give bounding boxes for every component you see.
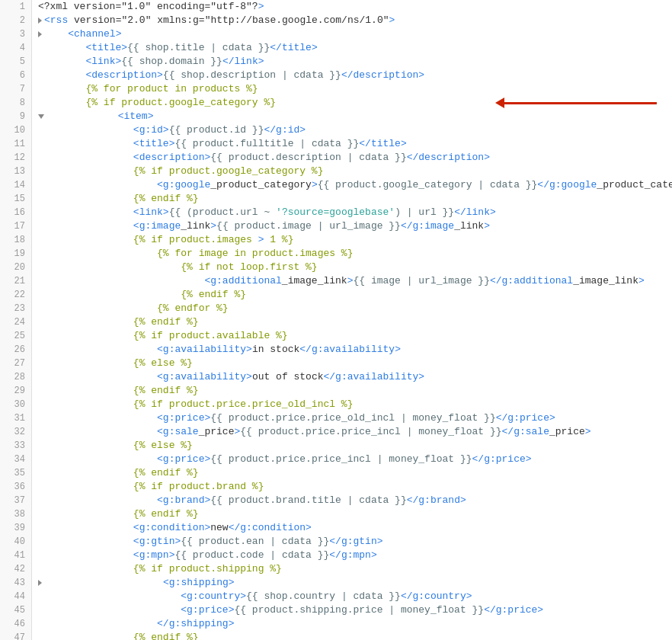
code-line-7: {% for product in products %} bbox=[32, 82, 672, 96]
line-number-6: 6 bbox=[0, 69, 31, 82]
code-line-text-29: {% endif %} bbox=[38, 384, 199, 398]
code-line-text-2: <rss version="2.0" xmlns:g="http://base.… bbox=[38, 14, 395, 27]
code-line-text-44: <g:country>{{ shop.country | cdata }}</g… bbox=[38, 590, 472, 603]
code-line-9: <item> bbox=[32, 110, 672, 123]
code-line-text-36: {% if product.brand %} bbox=[38, 480, 264, 494]
code-line-text-12: <description>{{ product.description | cd… bbox=[38, 151, 490, 165]
code-line-14: <g:google_product_category>{{ product.go… bbox=[32, 178, 672, 192]
line-number-17: 17 bbox=[0, 219, 31, 233]
line-number-gutter: 1234567891011121314151617181920212223242… bbox=[0, 0, 32, 640]
code-line-10: <g:id>{{ product.id }}</g:id> bbox=[32, 123, 672, 137]
code-line-text-33: {% else %} bbox=[38, 439, 193, 453]
line-number-8: 8 bbox=[0, 96, 31, 110]
line-number-28: 28 bbox=[0, 370, 31, 384]
line-number-7: 7 bbox=[0, 82, 31, 96]
code-line-text-25: {% if product.available %} bbox=[38, 329, 288, 343]
line-number-11: 11 bbox=[0, 137, 31, 151]
line-number-38: 38 bbox=[0, 507, 31, 521]
code-line-text-19: {% for image in product.images %} bbox=[38, 247, 353, 261]
code-line-22: {% endif %} bbox=[32, 288, 672, 302]
code-content-area[interactable]: <?xml version="1.0" encoding="utf-8"?><r… bbox=[32, 0, 672, 640]
code-line-text-18: {% if product.images > 1 %} bbox=[38, 233, 293, 247]
line-number-40: 40 bbox=[0, 535, 31, 549]
code-line-text-39: <g:condition>new</g:condition> bbox=[38, 521, 312, 535]
line-number-32: 32 bbox=[0, 425, 31, 439]
code-line-text-4: <title>{{ shop.title | cdata }}</title> bbox=[38, 41, 318, 55]
code-line-35: {% endif %} bbox=[32, 466, 672, 480]
code-line-27: {% else %} bbox=[32, 357, 672, 370]
line-number-34: 34 bbox=[0, 453, 31, 466]
code-line-text-13: {% if product.google_category %} bbox=[38, 165, 323, 178]
code-line-text-41: <g:mpn>{{ product.code | cdata }}</g:mpn… bbox=[38, 549, 377, 562]
code-line-text-23: {% endfor %} bbox=[38, 302, 229, 315]
line-number-29: 29 bbox=[0, 384, 31, 398]
line-number-9: 9 bbox=[0, 110, 31, 123]
line-number-46: 46 bbox=[0, 617, 31, 631]
code-line-20: {% if not loop.first %} bbox=[32, 261, 672, 274]
code-line-text-9: <item> bbox=[38, 110, 153, 123]
code-line-text-16: <link>{{ (product.url ~ '?source=googleb… bbox=[38, 206, 496, 219]
code-line-24: {% endif %} bbox=[32, 315, 672, 329]
code-line-text-17: <g:image_link>{{ product.image | url_ima… bbox=[38, 219, 490, 233]
arrow-head-8 bbox=[495, 98, 504, 108]
line-number-13: 13 bbox=[0, 165, 31, 178]
line-number-5: 5 bbox=[0, 55, 31, 69]
code-line-34: <g:price>{{ product.price.price_incl | m… bbox=[32, 453, 672, 466]
code-line-21: <g:additional_image_link>{{ image | url_… bbox=[32, 274, 672, 288]
collapse-toggle-43[interactable] bbox=[38, 580, 42, 586]
line-number-21: 21 bbox=[0, 274, 31, 288]
line-number-42: 42 bbox=[0, 562, 31, 576]
code-line-2: <rss version="2.0" xmlns:g="http://base.… bbox=[32, 14, 672, 27]
line-number-12: 12 bbox=[0, 151, 31, 165]
code-line-39: <g:condition>new</g:condition> bbox=[32, 521, 672, 535]
line-number-37: 37 bbox=[0, 494, 31, 507]
code-line-text-22: {% endif %} bbox=[38, 288, 246, 302]
code-line-text-8: {% if product.google_category %} bbox=[38, 96, 276, 110]
code-line-37: <g:brand>{{ product.brand.title | cdata … bbox=[32, 494, 672, 507]
code-line-15: {% endif %} bbox=[32, 192, 672, 206]
code-line-text-28: <g:availability>out of stock</g:availabi… bbox=[38, 370, 424, 384]
code-line-3: <channel> bbox=[32, 27, 672, 41]
line-number-24: 24 bbox=[0, 315, 31, 329]
line-number-43: 43 bbox=[0, 576, 31, 590]
code-line-text-11: <title>{{ product.fulltitle | cdata }}</… bbox=[38, 137, 407, 151]
code-line-text-42: {% if product.shipping %} bbox=[38, 562, 282, 576]
collapse-toggle-9[interactable] bbox=[38, 114, 44, 119]
line-number-4: 4 bbox=[0, 41, 31, 55]
code-line-text-26: <g:availability>in stock</g:availability… bbox=[38, 343, 401, 357]
collapse-toggle-3[interactable] bbox=[38, 31, 42, 37]
code-line-text-31: <g:price>{{ product.price.price_old_incl… bbox=[38, 411, 555, 425]
code-line-25: {% if product.available %} bbox=[32, 329, 672, 343]
code-line-text-34: <g:price>{{ product.price.price_incl | m… bbox=[38, 453, 532, 466]
code-line-text-30: {% if product.price.price_old_incl %} bbox=[38, 398, 353, 411]
code-line-text-38: {% endif %} bbox=[38, 507, 199, 521]
line-number-14: 14 bbox=[0, 178, 31, 192]
code-line-text-21: <g:additional_image_link>{{ image | url_… bbox=[38, 274, 645, 288]
code-line-text-5: <link>{{ shop.domain }}</link> bbox=[38, 55, 264, 69]
code-line-40: <g:gtin>{{ product.ean | cdata }}</g:gti… bbox=[32, 535, 672, 549]
code-line-text-32: <g:sale_price>{{ product.price.price_inc… bbox=[38, 425, 591, 439]
code-line-33: {% else %} bbox=[32, 439, 672, 453]
line-number-33: 33 bbox=[0, 439, 31, 453]
code-line-38: {% endif %} bbox=[32, 507, 672, 521]
line-number-35: 35 bbox=[0, 466, 31, 480]
code-line-44: <g:country>{{ shop.country | cdata }}</g… bbox=[32, 590, 672, 603]
code-line-text-43: <g:shipping> bbox=[38, 576, 235, 590]
line-number-39: 39 bbox=[0, 521, 31, 535]
code-line-12: <description>{{ product.description | cd… bbox=[32, 151, 672, 165]
code-line-text-14: <g:google_product_category>{{ product.go… bbox=[38, 178, 672, 192]
code-line-4: <title>{{ shop.title | cdata }}</title> bbox=[32, 41, 672, 55]
code-line-43: <g:shipping> bbox=[32, 576, 672, 590]
code-line-42: {% if product.shipping %} bbox=[32, 562, 672, 576]
arrow-indicator-8 bbox=[495, 98, 657, 108]
code-line-5: <link>{{ shop.domain }}</link> bbox=[32, 55, 672, 69]
line-number-47: 47 bbox=[0, 631, 31, 640]
code-line-text-35: {% endif %} bbox=[38, 466, 199, 480]
line-number-15: 15 bbox=[0, 192, 31, 206]
code-line-31: <g:price>{{ product.price.price_old_incl… bbox=[32, 411, 672, 425]
arrow-line-8 bbox=[504, 102, 657, 104]
code-line-text-27: {% else %} bbox=[38, 357, 193, 370]
line-number-16: 16 bbox=[0, 206, 31, 219]
line-number-31: 31 bbox=[0, 411, 31, 425]
collapse-toggle-2[interactable] bbox=[38, 18, 42, 24]
